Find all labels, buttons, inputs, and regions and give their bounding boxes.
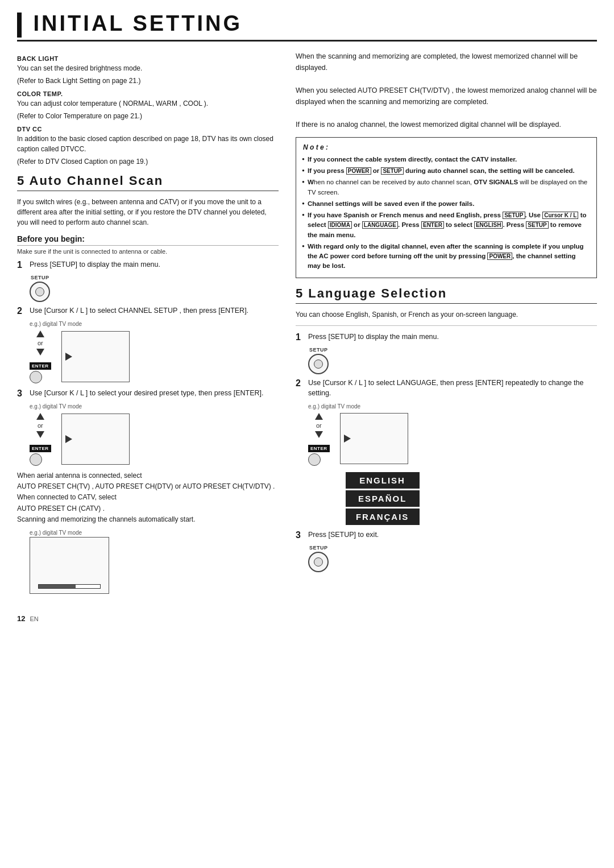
lang-setup-label-3: SETUP [309,545,328,551]
dtvcc-text1: In addition to the basic closed caption … [17,134,279,154]
left-column: BACK LIGHT You can set the desired brigh… [17,51,279,623]
right-top-text: When the scanning and memorizing are com… [296,51,597,130]
lang-step2-text: Use [Cursor K / L ] to select LANGUAGE, … [308,378,597,399]
lang-step3: 3 Press [SETUP] to exit. [296,530,597,540]
screen-box-2 [61,414,130,465]
page-header: INITIAL SETTING [17,11,597,42]
intro-item-colortemp: COLOR TEMP. You can adjust color tempera… [17,90,279,121]
colortemp-text1: You can adjust color temperature ( NORMA… [17,98,279,109]
enter-btn-label-2: ENTER [30,445,51,452]
note-item-1-text: If you press POWER or SETUP during auto … [308,167,575,174]
bottom-text5: Scanning and memorizing the channels aut… [17,515,196,523]
bottom-text4: AUTO PRESET CH (CATV) . [17,505,105,512]
step2-text: Use [Cursor K / L ] to select CHANNEL SE… [30,305,279,316]
lang-or-label: or [316,422,322,429]
lang-step1: 1 Press [SETUP] to display the main menu… [296,332,597,342]
step2: 2 Use [Cursor K / L ] to select CHANNEL … [17,305,279,316]
lang-step3-num: 3 [296,530,305,540]
lang-screen-box [340,413,408,464]
lang-option-francais: FRANÇAIS [346,509,420,525]
lang-setup-btn-icon-3 [308,552,329,572]
note-item-1: If you press POWER or SETUP during auto … [303,166,590,176]
colortemp-label: COLOR TEMP. [17,90,279,97]
lang-screen-arrow [344,435,351,443]
note-item-3: Channel settings will be saved even if t… [303,199,590,209]
lang-setup-btn-icon-1 [308,354,329,374]
backlight-text2: (Refer to Back Light Setting on page 21.… [17,76,279,86]
progress-bar-container [38,584,101,589]
eg-label-3: e.g.) digital TV mode [30,530,279,536]
colortemp-text2: (Refer to Color Temperature on page 21.) [17,111,279,121]
progress-screen [30,537,109,594]
enter-btn-circle-1 [30,371,42,383]
bottom-text1: When aerial antenna is connected, select [17,472,142,480]
step1-num: 1 [17,260,26,270]
setup-label-1: SETUP [31,275,49,280]
arrow-col-1: or ENTER [30,330,51,383]
arrow-screen-diagram-1: or ENTER [30,330,279,383]
lang-eg-label: e.g.) digital TV mode [308,403,597,410]
or-label-2: or [38,422,43,429]
lang-step2: 2 Use [Cursor K / L ] to select LANGUAGE… [296,378,597,399]
lang-arrow-up [315,413,323,420]
setup-btn-icon-1 [30,282,50,302]
backlight-label: BACK LIGHT [17,55,279,62]
right-top-text-0: When the scanning and memorizing are com… [296,52,578,72]
lang-step2-num: 2 [296,378,305,388]
lang-setup-btn-inner-1 [314,359,323,369]
lang-option-english: ENGLISH [346,472,420,489]
section5-intro: If you switch wires (e.g., between anten… [17,197,279,228]
note-box: N o t e : If you connect the cable syste… [296,137,597,278]
lang-screen-and-options: ENGLISH ESPAÑOL FRANÇAIS [340,413,420,525]
right-top-text-1: When you selected AUTO PRESET CH(TV/DTV)… [296,86,597,106]
arrow-down-2 [36,431,44,438]
note-item-5: With regard only to the digital channel,… [303,242,590,271]
note-item-3-text: Channel settings will be saved even if t… [308,200,474,207]
progress-diagram-area: e.g.) digital TV mode [17,530,279,594]
step3-text: Use [Cursor K / L ] to select your desir… [30,388,279,399]
intro-item-dtvcc: DTV CC In addition to the basic closed c… [17,126,279,167]
step1-text: Press [SETUP] to display the main menu. [30,259,279,270]
setup-diagram-1: SETUP [30,275,279,302]
eg-label-1: e.g.) digital TV mode [30,321,279,327]
or-label-1: or [38,340,43,346]
arrow-up-1 [36,330,44,337]
before-begin-heading: Before you begin: [17,234,279,246]
step2-num: 2 [17,306,26,316]
lang-step3-text: Press [SETUP] to exit. [308,530,597,540]
page-number: 12 [17,614,25,623]
step1: 1 Press [SETUP] to display the main menu… [17,259,279,270]
note-item-2: When no channel can be received by auto … [303,177,590,197]
bottom-text3: When connected to CATV, select [17,493,117,501]
arrow-up-2 [36,413,44,420]
bottom-text-block: When aerial antenna is connected, select… [17,470,279,525]
lang-options: ENGLISH ESPAÑOL FRANÇAIS [340,472,420,525]
screen-arrow-1 [65,353,72,361]
arrow-screen-diagram-2: or ENTER [30,413,279,466]
dtvcc-label: DTV CC [17,126,279,133]
enter-btn-label-1: ENTER [30,362,51,370]
before-begin-note: Make sure if the unit is connected to an… [17,248,279,255]
note-item-0: If you connect the cable system directly… [303,155,590,164]
section-lang-heading: 5 Language Selection [296,286,597,304]
lang-step1-text: Press [SETUP] to display the main menu. [308,332,597,342]
dtvcc-text2: (Refer to DTV Closed Caption on page 19.… [17,156,279,167]
intro-items: BACK LIGHT You can set the desired brigh… [17,55,279,167]
lang-enter-btn-label: ENTER [308,445,330,452]
lang-setup-label-1: SETUP [309,347,328,353]
page-en: EN [30,615,38,622]
lang-option-espanol: ESPAÑOL [346,490,420,507]
screen-box-1 [61,331,130,382]
lang-setup-diagram-3: SETUP [308,545,597,572]
lang-arrow-col: or ENTER [308,413,330,466]
lang-diagram-row: or ENTER ENGLISH ESPAÑOL FRANÇAIS [308,413,597,525]
note-item-4: If you have Spanish or French menus and … [303,210,590,240]
right-column: When the scanning and memorizing are com… [296,51,597,623]
step3: 3 Use [Cursor K / L ] to select your des… [17,388,279,399]
lang-enter-btn-circle [308,453,321,466]
lang-setup-diagram-1: SETUP [308,347,597,374]
right-top-text-2: If there is no analog channel, the lowes… [296,121,561,129]
lang-step1-num: 1 [296,332,305,342]
bottom-text2: AUTO PRESET CH(TV) , AUTO PRESET CH(DTV)… [17,482,275,490]
lang-divider [296,325,597,326]
